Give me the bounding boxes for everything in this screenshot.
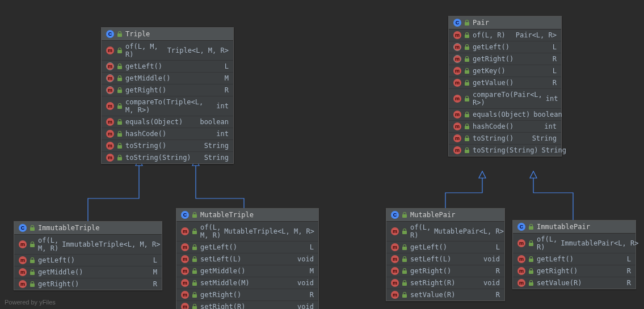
class-header[interactable]: C ImmutableTriple — [14, 222, 162, 235]
class-header[interactable]: C Triple — [102, 28, 233, 41]
member-return-label: void — [297, 279, 314, 287]
member-name-label: equals(Object) — [473, 111, 530, 118]
class-icon: C — [453, 19, 461, 27]
member-row[interactable]: mcompareTo(Pair<L, R>)int — [449, 89, 561, 109]
member-row[interactable]: mhashCode()int — [102, 128, 233, 140]
lock-icon — [402, 244, 407, 250]
member-row[interactable]: mhashCode()int — [449, 121, 561, 133]
class-pair[interactable]: C Pair mof(L, R)Pair<L, R>mgetLeft()Lmge… — [448, 16, 562, 156]
member-row[interactable]: mgetLeft()L — [176, 242, 318, 253]
method-icon: m — [453, 122, 461, 130]
class-header[interactable]: C ImmutablePair — [513, 221, 635, 234]
class-name-label: MutablePair — [410, 211, 455, 219]
lock-icon — [192, 280, 197, 286]
member-row[interactable]: mof(L, R)ImmutablePair<L, R> — [513, 234, 635, 253]
member-return-label: L — [310, 243, 314, 251]
member-row[interactable]: msetValue(R)R — [513, 277, 635, 289]
class-mutable-triple[interactable]: C MutableTriple mof(L, M, R)MutableTripl… — [176, 208, 319, 309]
lock-icon — [529, 256, 533, 262]
member-row[interactable]: mequals(Object)boolean — [102, 116, 233, 128]
member-name-label: getLeft() — [125, 62, 221, 70]
member-return-label: L — [627, 255, 631, 263]
lock-icon — [192, 256, 197, 262]
member-row[interactable]: mof(L, M, R)ImmutableTriple<L, M, R> — [14, 235, 162, 255]
member-row[interactable]: mof(L, M, R)Triple<L, M, R> — [102, 41, 233, 61]
lock-icon — [465, 136, 469, 141]
lock-icon — [465, 80, 469, 86]
member-row[interactable]: msetLeft(L)void — [176, 253, 318, 265]
member-name-label: getRight() — [473, 55, 549, 63]
member-row[interactable]: msetValue(R)R — [386, 289, 504, 300]
class-name-label: Pair — [473, 19, 489, 27]
class-mutable-pair[interactable]: C MutablePair mof(L, R)MutablePair<L, R>… — [386, 208, 505, 301]
method-icon: m — [181, 267, 189, 275]
method-icon: m — [181, 227, 189, 235]
class-body-immutable-triple: mof(L, M, R)ImmutableTriple<L, M, R>mget… — [14, 235, 162, 290]
member-row[interactable]: mgetRight()R — [513, 265, 635, 277]
member-row[interactable]: mgetLeft()L — [102, 61, 233, 73]
member-row[interactable]: mgetRight()R — [14, 278, 162, 290]
member-row[interactable]: mgetValue()R — [449, 77, 561, 89]
member-row[interactable]: mtoString(String)String — [102, 152, 233, 163]
member-row[interactable]: mgetLeft()L — [386, 242, 504, 253]
member-name-label: getMiddle() — [200, 267, 306, 275]
member-row[interactable]: mgetRight()R — [449, 53, 561, 65]
member-row[interactable]: mof(L, M, R)MutableTriple<L, M, R> — [176, 222, 318, 242]
member-return-label: int — [544, 122, 557, 130]
lock-icon — [529, 224, 533, 230]
member-row[interactable]: mtoString(String)String — [449, 145, 561, 156]
class-immutable-triple[interactable]: C ImmutableTriple mof(L, M, R)ImmutableT… — [14, 221, 162, 290]
member-row[interactable]: mgetMiddle()M — [102, 73, 233, 84]
lock-icon — [402, 268, 407, 274]
member-return-label: void — [297, 303, 314, 309]
lock-icon — [465, 112, 469, 117]
member-return-label: void — [297, 255, 314, 263]
member-row[interactable]: mgetRight()R — [176, 289, 318, 301]
class-immutable-pair[interactable]: C ImmutablePair mof(L, R)ImmutablePair<L… — [512, 220, 636, 289]
member-return-label: R — [225, 86, 229, 94]
member-row[interactable]: mequals(Object)boolean — [449, 109, 561, 121]
member-row[interactable]: mgetRight()R — [102, 84, 233, 96]
method-icon: m — [453, 134, 461, 142]
member-return-label: void — [483, 255, 500, 263]
method-icon: m — [453, 31, 461, 39]
class-triple[interactable]: C Triple mof(L, M, R)Triple<L, M, R>mget… — [101, 27, 234, 164]
member-row[interactable]: mtoString()String — [102, 140, 233, 152]
member-row[interactable]: msetRight(R)void — [176, 301, 318, 309]
class-header[interactable]: C MutableTriple — [176, 209, 318, 222]
lock-icon — [192, 268, 197, 274]
member-return-label: R — [627, 267, 631, 275]
member-row[interactable]: msetMiddle(M)void — [176, 277, 318, 289]
diagram-canvas[interactable]: C Triple mof(L, M, R)Triple<L, M, R>mget… — [0, 0, 644, 309]
member-name-label: getLeft() — [473, 43, 549, 51]
member-row[interactable]: mgetMiddle()M — [176, 265, 318, 277]
member-row[interactable]: mgetRight()R — [386, 265, 504, 277]
lock-icon — [465, 56, 469, 62]
member-row[interactable]: mtoString()String — [449, 133, 561, 145]
member-row[interactable]: mgetLeft()L — [513, 253, 635, 265]
member-name-label: getKey() — [473, 67, 549, 75]
class-header[interactable]: C Pair — [449, 16, 561, 29]
member-row[interactable]: mof(L, R)MutablePair<L, R> — [386, 222, 504, 242]
member-row[interactable]: mcompareTo(Triple<L, M, R>)int — [102, 96, 233, 116]
member-row[interactable]: mgetLeft()L — [449, 41, 561, 53]
class-icon: C — [181, 211, 189, 219]
member-row[interactable]: msetRight(R)void — [386, 277, 504, 289]
member-return-label: M — [310, 267, 314, 275]
member-row[interactable]: mof(L, R)Pair<L, R> — [449, 29, 561, 41]
method-icon: m — [391, 291, 399, 299]
svg-marker-3 — [530, 171, 537, 178]
lock-icon — [529, 268, 533, 274]
class-icon: C — [391, 211, 399, 219]
class-header[interactable]: C MutablePair — [386, 209, 504, 222]
class-icon: C — [517, 223, 525, 231]
member-row[interactable]: mgetMiddle()M — [14, 266, 162, 278]
method-icon: m — [19, 256, 27, 264]
member-row[interactable]: mgetKey()L — [449, 65, 561, 77]
method-icon: m — [106, 46, 114, 54]
member-name-label: getRight() — [410, 267, 493, 275]
method-impl-icon: m — [106, 86, 114, 94]
member-row[interactable]: msetLeft(L)void — [386, 253, 504, 265]
member-return-label: void — [483, 279, 500, 287]
member-row[interactable]: mgetLeft()L — [14, 255, 162, 266]
